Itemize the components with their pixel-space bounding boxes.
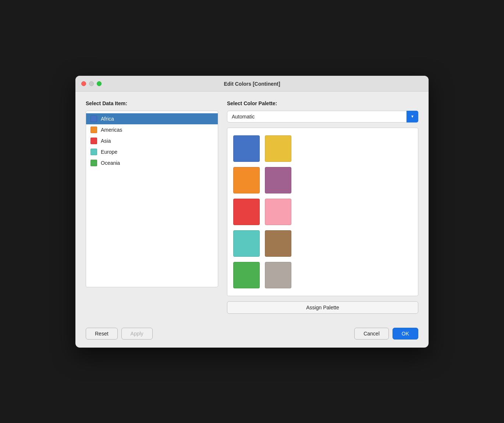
color-swatch <box>90 138 97 144</box>
window-title: Edit Colors [Continent] <box>224 81 280 87</box>
list-item[interactable]: Africa <box>86 113 218 124</box>
palette-swatch-brown[interactable] <box>265 230 291 257</box>
palette-swatch-purple[interactable] <box>265 167 291 193</box>
data-list: AfricaAmericasAsiaEuropeOceania <box>86 111 218 287</box>
color-palette-grid <box>227 128 418 296</box>
color-swatch <box>90 127 97 133</box>
palette-swatch-green[interactable] <box>233 262 260 288</box>
close-button[interactable] <box>81 81 86 86</box>
cancel-button[interactable]: Cancel <box>354 328 389 340</box>
traffic-lights <box>81 81 102 86</box>
right-panel: Select Color Palette: AutomaticCustomTab… <box>227 100 418 314</box>
list-item-label: Asia <box>101 138 111 144</box>
palette-dropdown[interactable]: AutomaticCustomTableau 10Tableau 20Color… <box>227 111 418 122</box>
color-swatch <box>90 160 97 166</box>
palette-swatch-teal[interactable] <box>233 230 260 257</box>
apply-button[interactable]: Apply <box>121 328 153 340</box>
palette-swatch-gray[interactable] <box>265 262 291 288</box>
palette-swatch-orange[interactable] <box>233 167 260 193</box>
list-item-label: Africa <box>101 116 114 122</box>
color-swatch <box>90 115 97 122</box>
dialog-body: Select Data Item: AfricaAmericasAsiaEuro… <box>75 92 429 323</box>
maximize-button[interactable] <box>97 81 102 86</box>
title-bar: Edit Colors [Continent] <box>75 76 429 92</box>
list-item-label: Europe <box>101 149 117 155</box>
color-swatch <box>90 149 97 155</box>
list-item-label: Oceania <box>101 160 120 166</box>
list-item[interactable]: Europe <box>86 146 218 157</box>
palette-swatch-yellow[interactable] <box>265 135 291 162</box>
list-item-label: Americas <box>101 127 122 133</box>
assign-palette-button[interactable]: Assign Palette <box>227 301 418 314</box>
dialog-window: Edit Colors [Continent] Select Data Item… <box>75 76 429 348</box>
palette-swatch-blue[interactable] <box>233 135 260 162</box>
left-panel: Select Data Item: AfricaAmericasAsiaEuro… <box>86 100 218 314</box>
minimize-button[interactable] <box>89 81 94 86</box>
right-panel-label: Select Color Palette: <box>227 100 418 106</box>
dialog-footer: Reset Apply Cancel OK <box>75 323 429 348</box>
list-item[interactable]: Asia <box>86 135 218 146</box>
ok-button[interactable]: OK <box>393 328 418 340</box>
reset-button[interactable]: Reset <box>86 328 118 340</box>
palette-swatch-pink[interactable] <box>265 199 291 225</box>
list-item[interactable]: Americas <box>86 124 218 135</box>
footer-right: Cancel OK <box>354 328 418 340</box>
left-panel-label: Select Data Item: <box>86 100 218 106</box>
palette-dropdown-wrapper: AutomaticCustomTableau 10Tableau 20Color… <box>227 111 418 122</box>
footer-left: Reset Apply <box>86 328 153 340</box>
palette-swatch-red[interactable] <box>233 199 260 225</box>
list-item[interactable]: Oceania <box>86 157 218 168</box>
